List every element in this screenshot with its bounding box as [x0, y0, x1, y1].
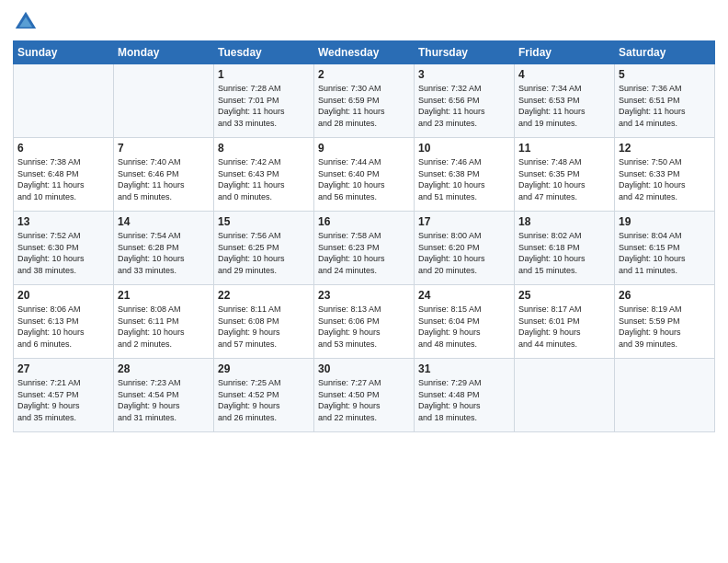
day-number: 15: [218, 215, 310, 228]
day-info: Sunrise: 7:54 AM Sunset: 6:28 PM Dayligh…: [118, 230, 210, 276]
day-info: Sunrise: 8:06 AM Sunset: 6:13 PM Dayligh…: [17, 304, 109, 350]
calendar-cell: 9Sunrise: 7:44 AM Sunset: 6:40 PM Daylig…: [314, 138, 415, 212]
calendar-cell: 21Sunrise: 8:08 AM Sunset: 6:11 PM Dayli…: [114, 285, 214, 359]
logo-icon: [13, 9, 39, 35]
day-number: 10: [418, 142, 510, 155]
calendar-cell: 20Sunrise: 8:06 AM Sunset: 6:13 PM Dayli…: [14, 285, 114, 359]
calendar-cell: 14Sunrise: 7:54 AM Sunset: 6:28 PM Dayli…: [114, 212, 214, 285]
day-number: 23: [318, 289, 410, 302]
day-number: 4: [518, 68, 610, 81]
calendar-cell: 19Sunrise: 8:04 AM Sunset: 6:15 PM Dayli…: [615, 212, 715, 285]
col-header-monday: Monday: [114, 41, 214, 64]
day-info: Sunrise: 7:44 AM Sunset: 6:40 PM Dayligh…: [318, 156, 410, 202]
col-header-saturday: Saturday: [615, 41, 715, 64]
day-info: Sunrise: 7:27 AM Sunset: 4:50 PM Dayligh…: [318, 377, 410, 423]
day-number: 21: [118, 289, 210, 302]
day-number: 29: [218, 362, 310, 375]
day-info: Sunrise: 7:52 AM Sunset: 6:30 PM Dayligh…: [17, 230, 109, 276]
calendar-cell: 28Sunrise: 7:23 AM Sunset: 4:54 PM Dayli…: [114, 359, 214, 432]
calendar-cell: [615, 359, 715, 432]
col-header-thursday: Thursday: [415, 41, 515, 64]
calendar-cell: 6Sunrise: 7:38 AM Sunset: 6:48 PM Daylig…: [14, 138, 114, 212]
calendar-cell: 17Sunrise: 8:00 AM Sunset: 6:20 PM Dayli…: [415, 212, 515, 285]
day-number: 16: [318, 215, 410, 228]
day-number: 27: [17, 362, 109, 375]
calendar-cell: 10Sunrise: 7:46 AM Sunset: 6:38 PM Dayli…: [415, 138, 515, 212]
calendar-cell: 25Sunrise: 8:17 AM Sunset: 6:01 PM Dayli…: [515, 285, 615, 359]
calendar-cell: 15Sunrise: 7:56 AM Sunset: 6:25 PM Dayli…: [214, 212, 314, 285]
calendar-cell: 13Sunrise: 7:52 AM Sunset: 6:30 PM Dayli…: [14, 212, 114, 285]
day-info: Sunrise: 7:56 AM Sunset: 6:25 PM Dayligh…: [218, 230, 310, 276]
day-info: Sunrise: 8:02 AM Sunset: 6:18 PM Dayligh…: [518, 230, 610, 276]
calendar-cell: 4Sunrise: 7:34 AM Sunset: 6:53 PM Daylig…: [515, 64, 615, 138]
calendar-cell: 3Sunrise: 7:32 AM Sunset: 6:56 PM Daylig…: [415, 64, 515, 138]
col-header-wednesday: Wednesday: [314, 41, 415, 64]
day-number: 6: [17, 142, 109, 155]
day-number: 11: [518, 142, 610, 155]
day-info: Sunrise: 7:50 AM Sunset: 6:33 PM Dayligh…: [619, 156, 711, 202]
day-number: 24: [418, 289, 510, 302]
calendar-cell: 22Sunrise: 8:11 AM Sunset: 6:08 PM Dayli…: [214, 285, 314, 359]
calendar-cell: [14, 64, 114, 138]
calendar-cell: 7Sunrise: 7:40 AM Sunset: 6:46 PM Daylig…: [114, 138, 214, 212]
day-number: 19: [619, 215, 711, 228]
day-number: 25: [518, 289, 610, 302]
calendar-cell: 24Sunrise: 8:15 AM Sunset: 6:04 PM Dayli…: [415, 285, 515, 359]
day-info: Sunrise: 7:30 AM Sunset: 6:59 PM Dayligh…: [318, 83, 410, 129]
day-info: Sunrise: 8:15 AM Sunset: 6:04 PM Dayligh…: [418, 304, 510, 350]
day-number: 22: [218, 289, 310, 302]
calendar-table: SundayMondayTuesdayWednesdayThursdayFrid…: [13, 40, 715, 432]
day-number: 9: [318, 142, 410, 155]
day-info: Sunrise: 7:23 AM Sunset: 4:54 PM Dayligh…: [118, 377, 210, 423]
day-info: Sunrise: 7:42 AM Sunset: 6:43 PM Dayligh…: [218, 156, 310, 202]
calendar-cell: 1Sunrise: 7:28 AM Sunset: 7:01 PM Daylig…: [214, 64, 314, 138]
day-info: Sunrise: 7:38 AM Sunset: 6:48 PM Dayligh…: [17, 156, 109, 202]
col-header-sunday: Sunday: [14, 41, 114, 64]
day-number: 20: [17, 289, 109, 302]
col-header-friday: Friday: [515, 41, 615, 64]
week-row-4: 20Sunrise: 8:06 AM Sunset: 6:13 PM Dayli…: [14, 285, 715, 359]
calendar-cell: 27Sunrise: 7:21 AM Sunset: 4:57 PM Dayli…: [14, 359, 114, 432]
week-row-2: 6Sunrise: 7:38 AM Sunset: 6:48 PM Daylig…: [14, 138, 715, 212]
calendar-cell: 31Sunrise: 7:29 AM Sunset: 4:48 PM Dayli…: [415, 359, 515, 432]
day-info: Sunrise: 7:40 AM Sunset: 6:46 PM Dayligh…: [118, 156, 210, 202]
day-info: Sunrise: 7:21 AM Sunset: 4:57 PM Dayligh…: [17, 377, 109, 423]
calendar-cell: 2Sunrise: 7:30 AM Sunset: 6:59 PM Daylig…: [314, 64, 415, 138]
calendar-cell: 8Sunrise: 7:42 AM Sunset: 6:43 PM Daylig…: [214, 138, 314, 212]
calendar-cell: 18Sunrise: 8:02 AM Sunset: 6:18 PM Dayli…: [515, 212, 615, 285]
day-number: 3: [418, 68, 510, 81]
page-container: SundayMondayTuesdayWednesdayThursdayFrid…: [0, 0, 728, 440]
day-number: 13: [17, 215, 109, 228]
day-info: Sunrise: 7:28 AM Sunset: 7:01 PM Dayligh…: [218, 83, 310, 129]
day-number: 2: [318, 68, 410, 81]
week-row-5: 27Sunrise: 7:21 AM Sunset: 4:57 PM Dayli…: [14, 359, 715, 432]
calendar-cell: [515, 359, 615, 432]
day-info: Sunrise: 8:00 AM Sunset: 6:20 PM Dayligh…: [418, 230, 510, 276]
day-info: Sunrise: 7:46 AM Sunset: 6:38 PM Dayligh…: [418, 156, 510, 202]
day-info: Sunrise: 7:34 AM Sunset: 6:53 PM Dayligh…: [518, 83, 610, 129]
day-info: Sunrise: 8:11 AM Sunset: 6:08 PM Dayligh…: [218, 304, 310, 350]
day-number: 5: [619, 68, 711, 81]
day-info: Sunrise: 7:32 AM Sunset: 6:56 PM Dayligh…: [418, 83, 510, 129]
day-number: 7: [118, 142, 210, 155]
col-header-tuesday: Tuesday: [214, 41, 314, 64]
day-info: Sunrise: 8:04 AM Sunset: 6:15 PM Dayligh…: [619, 230, 711, 276]
day-info: Sunrise: 7:36 AM Sunset: 6:51 PM Dayligh…: [619, 83, 711, 129]
day-number: 31: [418, 362, 510, 375]
day-info: Sunrise: 8:13 AM Sunset: 6:06 PM Dayligh…: [318, 304, 410, 350]
calendar-cell: 29Sunrise: 7:25 AM Sunset: 4:52 PM Dayli…: [214, 359, 314, 432]
day-info: Sunrise: 8:17 AM Sunset: 6:01 PM Dayligh…: [518, 304, 610, 350]
calendar-cell: [114, 64, 214, 138]
calendar-cell: 26Sunrise: 8:19 AM Sunset: 5:59 PM Dayli…: [615, 285, 715, 359]
day-number: 17: [418, 215, 510, 228]
header: [13, 9, 715, 35]
header-row: SundayMondayTuesdayWednesdayThursdayFrid…: [14, 41, 715, 64]
day-info: Sunrise: 7:25 AM Sunset: 4:52 PM Dayligh…: [218, 377, 310, 423]
day-info: Sunrise: 8:19 AM Sunset: 5:59 PM Dayligh…: [619, 304, 711, 350]
day-info: Sunrise: 7:48 AM Sunset: 6:35 PM Dayligh…: [518, 156, 610, 202]
calendar-cell: 30Sunrise: 7:27 AM Sunset: 4:50 PM Dayli…: [314, 359, 415, 432]
day-number: 14: [118, 215, 210, 228]
calendar-cell: 12Sunrise: 7:50 AM Sunset: 6:33 PM Dayli…: [615, 138, 715, 212]
day-info: Sunrise: 8:08 AM Sunset: 6:11 PM Dayligh…: [118, 304, 210, 350]
day-info: Sunrise: 7:29 AM Sunset: 4:48 PM Dayligh…: [418, 377, 510, 423]
